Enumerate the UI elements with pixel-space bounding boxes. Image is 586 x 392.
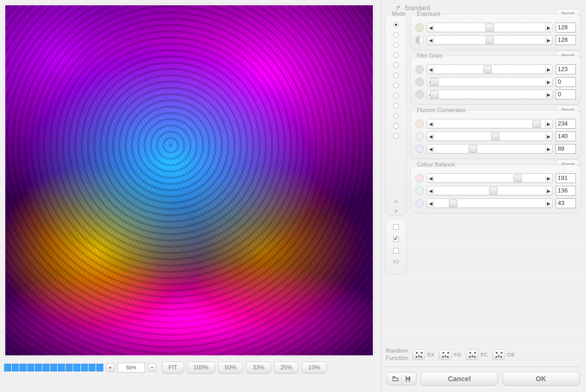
random-cb[interactable]: CB [493, 349, 514, 360]
zoom-preset-100pct[interactable]: 100% [187, 362, 215, 374]
mode-arrow-down-icon[interactable]: ↳ [394, 198, 398, 204]
zoom-preset-fit[interactable]: FIT [162, 362, 184, 374]
slider-bar[interactable] [434, 120, 546, 127]
slider-thumb[interactable] [483, 66, 492, 73]
mode-radio-10[interactable] [393, 123, 399, 129]
random-ex[interactable]: EX [413, 349, 434, 360]
exposure-value-1[interactable]: 128 [556, 35, 576, 45]
slider-decrease-icon[interactable]: ◀ [428, 176, 434, 181]
exposure-slider-track-1[interactable]: ◀▶ [427, 35, 553, 45]
slider-bar[interactable] [434, 187, 546, 194]
ok-button[interactable]: OK [502, 372, 580, 386]
colourbalance-value-1[interactable]: 136 [556, 186, 576, 196]
zoom-value-field[interactable]: 50% [117, 363, 145, 372]
fluoron-slider-track-1[interactable]: ◀▶ [427, 131, 553, 141]
slider-increase-icon[interactable]: ▶ [546, 67, 552, 72]
slider-increase-icon[interactable]: ▶ [546, 134, 552, 139]
slider-increase-icon[interactable]: ▶ [546, 121, 552, 127]
slider-increase-icon[interactable]: ▶ [546, 146, 552, 152]
mode-check-2[interactable] [393, 248, 399, 254]
mode-radio-1[interactable] [393, 32, 399, 38]
filmgrain-slider-track-0[interactable]: ◀▶ [427, 65, 553, 74]
slider-increase-icon[interactable]: ▶ [546, 176, 552, 181]
slider-thumb[interactable] [430, 78, 438, 86]
filmgrain-value-1[interactable]: 0 [556, 77, 576, 87]
mode-arrow-right-icon[interactable]: ↱ [394, 209, 398, 215]
slider-decrease-icon[interactable]: ◀ [428, 146, 434, 152]
save-button[interactable] [401, 374, 413, 384]
slider-increase-icon[interactable]: ▶ [546, 25, 552, 30]
fluoron-value-2[interactable]: 89 [556, 144, 576, 154]
slider-bar[interactable] [434, 91, 546, 98]
random-fc[interactable]: FC [466, 349, 488, 360]
zoom-preset-10pct[interactable]: 10% [302, 362, 327, 374]
exposure-value-0[interactable]: 128 [556, 23, 576, 32]
mode-radio-8[interactable] [393, 103, 399, 108]
mode-check-1[interactable] [393, 236, 399, 242]
slider-bar[interactable] [434, 145, 546, 152]
slider-bar[interactable] [434, 133, 546, 140]
random-fg[interactable]: FG [439, 349, 461, 360]
colourbalance-slider-track-1[interactable]: ◀▶ [427, 186, 553, 196]
slider-bar[interactable] [434, 78, 546, 85]
slider-thumb[interactable] [532, 120, 541, 128]
cancel-button[interactable]: Cancel [421, 372, 498, 386]
slider-decrease-icon[interactable]: ◀ [428, 201, 434, 206]
filmgrain-value-2[interactable]: 0 [556, 90, 576, 99]
exposure-slider-track-0[interactable]: ◀▶ [427, 23, 553, 32]
zoom-preset-50pct[interactable]: 50% [218, 362, 243, 374]
colourbalance-slider-track-0[interactable]: ◀▶ [427, 173, 553, 183]
slider-thumb[interactable] [469, 145, 477, 153]
mode-radio-4[interactable] [393, 62, 399, 68]
slider-thumb[interactable] [491, 133, 499, 140]
slider-thumb[interactable] [486, 24, 494, 31]
slider-decrease-icon[interactable]: ◀ [428, 134, 434, 139]
slider-increase-icon[interactable]: ▶ [546, 80, 552, 85]
slider-bar[interactable] [434, 66, 546, 73]
slider-decrease-icon[interactable]: ◀ [428, 67, 434, 72]
mode-check-0[interactable] [393, 224, 399, 230]
slider-decrease-icon[interactable]: ◀ [428, 188, 434, 194]
fluoron-value-1[interactable]: 140 [556, 131, 576, 141]
slider-decrease-icon[interactable]: ◀ [428, 121, 434, 127]
slider-bar[interactable] [434, 175, 546, 182]
mode-radio-2[interactable] [393, 42, 399, 48]
filmgrain-value-0[interactable]: 123 [556, 65, 576, 74]
mode-radio-11[interactable] [393, 133, 399, 139]
slider-bar[interactable] [434, 200, 546, 207]
zoom-preset-25pct[interactable]: 25% [274, 362, 299, 374]
open-button[interactable] [390, 374, 401, 384]
slider-increase-icon[interactable]: ▶ [546, 92, 552, 97]
zoom-preset-33pct[interactable]: 33% [246, 362, 271, 374]
slider-thumb[interactable] [430, 91, 438, 98]
zoom-in-button[interactable]: + [106, 363, 114, 372]
slider-bar[interactable] [434, 24, 546, 31]
colourbalance-value-0[interactable]: 191 [556, 173, 576, 183]
slider-increase-icon[interactable]: ▶ [546, 201, 552, 206]
slider-thumb[interactable] [489, 187, 497, 195]
fluoron-value-0[interactable]: 234 [556, 119, 576, 129]
fluoron-slider-track-0[interactable]: ◀▶ [427, 119, 553, 129]
colourbalance-value-2[interactable]: 43 [556, 198, 576, 208]
slider-thumb[interactable] [486, 36, 494, 44]
fluoron-slider-0: ◀▶234 [415, 119, 576, 129]
mode-radio-6[interactable] [393, 83, 399, 88]
fluoron-slider-track-2[interactable]: ◀▶ [427, 144, 553, 154]
mode-radio-7[interactable] [393, 93, 399, 98]
filmgrain-slider-track-1[interactable]: ◀▶ [427, 77, 553, 87]
mode-radio-3[interactable] [393, 52, 399, 58]
mode-radio-0[interactable] [393, 22, 399, 28]
slider-thumb[interactable] [513, 174, 522, 182]
slider-thumb[interactable] [449, 199, 457, 207]
slider-decrease-icon[interactable]: ◀ [428, 38, 434, 43]
slider-increase-icon[interactable]: ▶ [546, 38, 552, 43]
mode-radio-5[interactable] [393, 73, 399, 78]
slider-bar[interactable] [434, 37, 546, 44]
preview-frame[interactable] [4, 4, 374, 356]
zoom-out-button[interactable]: − [148, 363, 156, 372]
slider-decrease-icon[interactable]: ◀ [428, 25, 434, 30]
filmgrain-slider-track-2[interactable]: ◀▶ [427, 90, 553, 99]
colourbalance-slider-track-2[interactable]: ◀▶ [427, 198, 553, 208]
slider-increase-icon[interactable]: ▶ [546, 188, 552, 194]
mode-radio-9[interactable] [393, 113, 399, 119]
